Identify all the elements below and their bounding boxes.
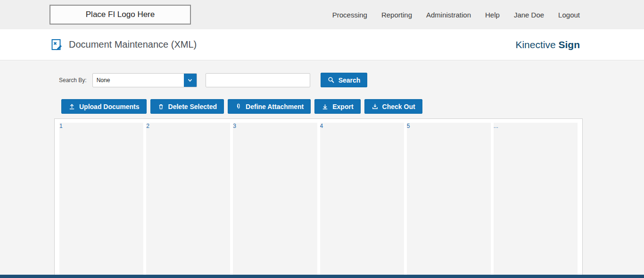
nav-item-logout[interactable]: Logout (558, 11, 580, 19)
search-button-label: Search (339, 76, 361, 84)
page-link-5[interactable]: 5 (407, 123, 491, 278)
search-row: Search By: None Search (59, 73, 644, 87)
toolbar-button-delete-selected[interactable]: Delete Selected (150, 99, 224, 114)
fi-logo-text: Place FI Logo Here (86, 10, 155, 19)
page-link-[interactable]: ... (494, 123, 578, 278)
page-link-3[interactable]: 3 (233, 123, 317, 278)
export-icon (322, 103, 329, 110)
toolbar-button-label: Define Attachment (246, 103, 304, 110)
dropdown-selected-value: None (93, 77, 110, 84)
brand-name-bold: Sign (559, 39, 580, 50)
toolbar-button-label: Delete Selected (168, 103, 217, 110)
toolbar-button-label: Export (332, 103, 353, 110)
toolbar-button-define-attachment[interactable]: Define Attachment (228, 99, 311, 114)
checkout-icon (372, 103, 379, 110)
nav-item-processing[interactable]: Processing (332, 11, 367, 19)
trash-icon (157, 103, 165, 110)
nav-item-administration[interactable]: Administration (426, 11, 471, 19)
title-group: Document Maintenance (XML) (51, 39, 197, 51)
toolbar-button-export[interactable]: Export (314, 99, 360, 114)
paperclip-icon (235, 103, 242, 110)
upload-icon (68, 103, 75, 110)
search-button[interactable]: Search (321, 73, 368, 87)
nav-item-reporting[interactable]: Reporting (381, 11, 412, 19)
titlebar: Document Maintenance (XML) Kinective Sig… (0, 29, 644, 60)
page: Place FI Logo Here ProcessingReportingAd… (0, 0, 644, 278)
toolbar-button-label: Check Out (382, 103, 415, 110)
footer-strip (0, 275, 644, 278)
toolbar-button-check-out[interactable]: Check Out (364, 99, 422, 114)
toolbar-button-upload-documents[interactable]: Upload Documents (61, 99, 147, 114)
page-link-1[interactable]: 1 (59, 123, 143, 278)
search-by-dropdown[interactable]: None (92, 73, 197, 87)
toolbar: Upload DocumentsDelete SelectedDefine At… (61, 99, 644, 114)
topbar: Place FI Logo Here ProcessingReportingAd… (0, 0, 644, 29)
brand-logo: Kinective Sign (515, 39, 580, 51)
main-content: Search By: None Search Upload DocumentsD… (0, 60, 644, 278)
search-icon (328, 76, 335, 84)
page-title: Document Maintenance (XML) (69, 39, 197, 50)
search-by-label: Search By: (59, 77, 87, 84)
documents-panel: 12345... Document NameDescriptionDiction… (54, 118, 583, 278)
nav-item-help[interactable]: Help (485, 11, 500, 19)
top-nav: ProcessingReportingAdministrationHelpJan… (332, 11, 580, 19)
fi-logo-placeholder: Place FI Logo Here (50, 5, 191, 25)
brand-name: Kinective (515, 39, 555, 50)
document-xml-icon (51, 39, 63, 51)
page-link-4[interactable]: 4 (320, 123, 404, 278)
page-link-2[interactable]: 2 (146, 123, 230, 278)
nav-item-jane-doe[interactable]: Jane Doe (514, 11, 544, 19)
chevron-down-icon[interactable] (184, 74, 197, 87)
search-input[interactable] (206, 73, 310, 87)
pagination: 12345... (55, 119, 582, 278)
toolbar-button-label: Upload Documents (79, 103, 140, 110)
